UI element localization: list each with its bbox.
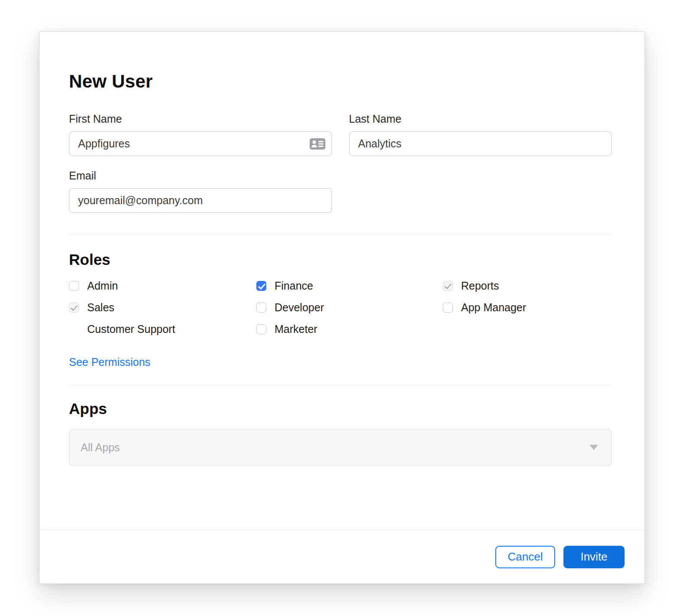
sales-label: Sales (87, 301, 115, 314)
role-sales: Sales (69, 301, 256, 314)
app-manager-label: App Manager (461, 301, 526, 314)
email-input[interactable] (69, 188, 332, 213)
role-marketer[interactable]: Marketer (256, 323, 443, 336)
divider-roles (69, 235, 612, 235)
email-input-wrap (69, 188, 332, 213)
reports-label: Reports (461, 280, 499, 292)
developer-label: Developer (275, 301, 324, 314)
last-name-input[interactable] (349, 131, 612, 156)
dialog-footer: Cancel Invite (39, 530, 645, 583)
see-permissions-row: See Permissions (69, 355, 612, 368)
email-field: Email (69, 169, 332, 213)
apps-select[interactable]: All Apps (69, 429, 612, 466)
first-name-field: First Name (69, 112, 332, 156)
cancel-button[interactable]: Cancel (495, 546, 555, 568)
divider-apps (69, 385, 612, 385)
admin-label: Admin (87, 280, 118, 292)
dialog-title: New User (69, 71, 612, 92)
customer-support-label: Customer Support (87, 323, 175, 336)
roles-heading: Roles (69, 251, 612, 269)
marketer-label: Marketer (275, 323, 317, 336)
name-fields-row: First Name Last Name (69, 112, 612, 156)
see-permissions-link[interactable]: See Permissions (69, 356, 151, 368)
new-user-dialog: New User First Name Last Nam (39, 31, 645, 584)
admin-checkbox[interactable] (69, 281, 79, 291)
role-admin[interactable]: Admin (69, 280, 256, 292)
marketer-checkbox[interactable] (256, 324, 266, 334)
invite-button[interactable]: Invite (563, 546, 625, 568)
contact-card-icon[interactable] (310, 138, 325, 150)
role-finance[interactable]: Finance (256, 280, 443, 292)
first-name-label: First Name (69, 112, 332, 125)
role-customer-support: Customer Support (69, 323, 256, 336)
roles-grid: Admin Finance Reports Sales Developer Ap… (69, 275, 612, 340)
role-app-manager[interactable]: App Manager (443, 301, 612, 314)
chevron-down-icon (589, 445, 598, 450)
finance-checkbox[interactable] (256, 281, 266, 291)
apps-select-value: All Apps (81, 441, 120, 454)
apps-heading: Apps (69, 400, 612, 418)
role-reports: Reports (443, 280, 612, 292)
role-developer[interactable]: Developer (256, 301, 443, 314)
sales-checkbox (69, 303, 79, 313)
last-name-field: Last Name (349, 112, 612, 156)
first-name-input[interactable] (69, 131, 332, 156)
app-manager-checkbox[interactable] (443, 303, 453, 313)
finance-label: Finance (275, 280, 313, 292)
last-name-label: Last Name (349, 112, 612, 125)
last-name-input-wrap (349, 131, 612, 156)
email-label: Email (69, 169, 332, 182)
first-name-input-wrap (69, 131, 332, 156)
developer-checkbox[interactable] (256, 303, 266, 313)
reports-checkbox (443, 281, 453, 291)
